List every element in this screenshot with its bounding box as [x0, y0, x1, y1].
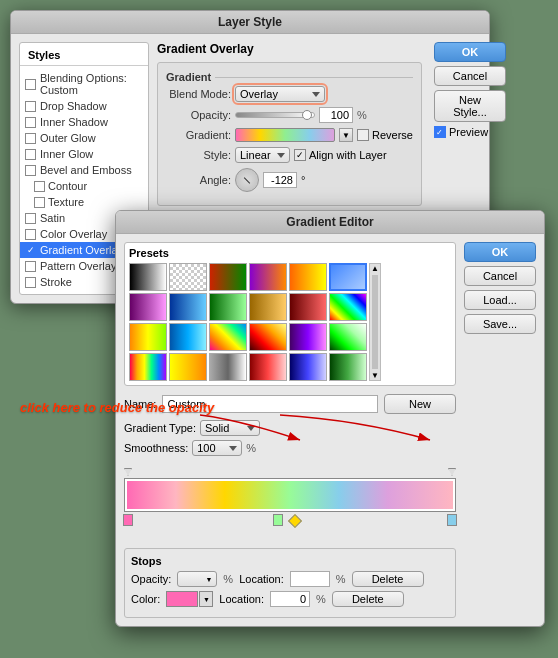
preset-blue-selected[interactable]	[329, 263, 367, 291]
angle-row: Angle: °	[166, 168, 413, 192]
drop-shadow-checkbox[interactable]	[25, 101, 36, 112]
preset-2-2[interactable]	[169, 293, 207, 321]
ok-button[interactable]: OK	[434, 42, 506, 62]
smoothness-dropdown[interactable]: 100	[192, 440, 242, 456]
preset-3-2[interactable]	[169, 323, 207, 351]
opacity-thumb[interactable]	[302, 110, 312, 120]
sidebar-item-bevel[interactable]: Bevel and Emboss	[20, 162, 148, 178]
preset-4-5[interactable]	[289, 353, 327, 381]
preset-transparent[interactable]	[169, 263, 207, 291]
color-swatch-container: ▼	[166, 591, 213, 607]
cancel-button[interactable]: Cancel	[434, 66, 506, 86]
stop-opacity-location[interactable]	[290, 571, 330, 587]
presets-scrollbar[interactable]: ▲ ▼	[369, 263, 381, 381]
reverse-checkbox[interactable]	[357, 129, 369, 141]
angle-value[interactable]	[263, 172, 297, 188]
sidebar-item-inner-glow[interactable]: Inner Glow	[20, 146, 148, 162]
gradient-preview[interactable]	[235, 128, 335, 142]
stop-opacity-arrow-icon: ▼	[205, 576, 212, 583]
color-stop-2[interactable]	[273, 514, 283, 526]
inner-shadow-checkbox[interactable]	[25, 117, 36, 128]
gradient-label: Gradient:	[166, 129, 231, 141]
preset-2-6[interactable]	[329, 293, 367, 321]
align-layer-checkbox[interactable]: ✓	[294, 149, 306, 161]
bevel-label: Bevel and Emboss	[40, 164, 132, 176]
ge-save-button[interactable]: Save...	[464, 314, 536, 334]
ge-ok-button[interactable]: OK	[464, 242, 536, 262]
sidebar-item-contour[interactable]: Contour	[20, 178, 148, 194]
blending-checkbox[interactable]	[25, 79, 36, 90]
scroll-down-button[interactable]: ▼	[370, 371, 380, 380]
stops-title: Stops	[131, 555, 449, 567]
sidebar-item-texture[interactable]: Texture	[20, 194, 148, 210]
color-swatch[interactable]	[166, 591, 198, 607]
sidebar-item-blending[interactable]: Blending Options: Custom	[20, 70, 148, 98]
preset-4-1[interactable]	[129, 353, 167, 381]
color-overlay-label: Color Overlay	[40, 228, 107, 240]
gradient-bar-inner[interactable]	[127, 481, 453, 509]
opacity-delete-button[interactable]: Delete	[352, 571, 424, 587]
preview-label: Preview	[449, 126, 488, 138]
texture-checkbox[interactable]	[34, 197, 45, 208]
preset-2-5[interactable]	[289, 293, 327, 321]
sidebar-item-inner-shadow[interactable]: Inner Shadow	[20, 114, 148, 130]
outer-glow-checkbox[interactable]	[25, 133, 36, 144]
inner-glow-checkbox[interactable]	[25, 149, 36, 160]
opacity-value[interactable]	[319, 107, 353, 123]
preset-4-3[interactable]	[209, 353, 247, 381]
preset-orange-yellow[interactable]	[289, 263, 327, 291]
color-stops-area	[124, 512, 456, 528]
opacity-stop-left[interactable]	[124, 468, 132, 476]
stop-color-location[interactable]	[270, 591, 310, 607]
sidebar-item-outer-glow[interactable]: Outer Glow	[20, 130, 148, 146]
gradient-overlay-checkbox[interactable]: ✓	[25, 245, 36, 256]
preset-4-4[interactable]	[249, 353, 287, 381]
stroke-checkbox[interactable]	[25, 277, 36, 288]
new-style-button[interactable]: New Style...	[434, 90, 506, 122]
gradient-options-button[interactable]: ▼	[339, 128, 353, 142]
preset-violet-orange[interactable]	[249, 263, 287, 291]
stop-opacity-dropdown[interactable]: ▼	[177, 571, 217, 587]
preview-checkbox[interactable]: ✓	[434, 126, 446, 138]
gradient-type-label: Gradient Type:	[124, 422, 196, 434]
opacity-slider[interactable]	[235, 112, 315, 118]
bevel-checkbox[interactable]	[25, 165, 36, 176]
preset-4-2[interactable]	[169, 353, 207, 381]
preset-red-green[interactable]	[209, 263, 247, 291]
color-stop-3[interactable]	[447, 514, 457, 526]
preset-2-4[interactable]	[249, 293, 287, 321]
scroll-thumb	[372, 275, 378, 369]
color-swatch-arrow-icon[interactable]: ▼	[199, 591, 213, 607]
presets-title: Presets	[129, 247, 451, 259]
gradient-overlay-label: Gradient Overlay	[40, 244, 123, 256]
preset-black-white[interactable]	[129, 263, 167, 291]
preset-3-4[interactable]	[249, 323, 287, 351]
blend-mode-dropdown[interactable]: Overlay	[235, 86, 325, 102]
preset-2-1[interactable]	[129, 293, 167, 321]
ge-cancel-button[interactable]: Cancel	[464, 266, 536, 286]
preset-4-6[interactable]	[329, 353, 367, 381]
opacity-stop-right[interactable]	[448, 468, 456, 476]
color-delete-button[interactable]: Delete	[332, 591, 404, 607]
sidebar-item-drop-shadow[interactable]: Drop Shadow	[20, 98, 148, 114]
contour-checkbox[interactable]	[34, 181, 45, 192]
color-stop-1[interactable]	[123, 514, 133, 526]
scroll-up-button[interactable]: ▲	[370, 264, 380, 273]
preset-3-5[interactable]	[289, 323, 327, 351]
new-gradient-button[interactable]: New	[384, 394, 456, 414]
gradient-bar-section	[124, 464, 456, 528]
satin-checkbox[interactable]	[25, 213, 36, 224]
align-layer-label: Align with Layer	[309, 149, 387, 161]
preset-2-3[interactable]	[209, 293, 247, 321]
preset-3-3[interactable]	[209, 323, 247, 351]
color-overlay-checkbox[interactable]	[25, 229, 36, 240]
gradient-options-arrow-icon: ▼	[342, 131, 350, 140]
preset-3-1[interactable]	[129, 323, 167, 351]
gradient-type-dropdown[interactable]: Solid	[200, 420, 260, 436]
ge-load-button[interactable]: Load...	[464, 290, 536, 310]
pattern-overlay-checkbox[interactable]	[25, 261, 36, 272]
midpoint-diamond[interactable]	[288, 514, 302, 528]
preset-3-6[interactable]	[329, 323, 367, 351]
style-dropdown[interactable]: Linear	[235, 147, 290, 163]
angle-dial[interactable]	[235, 168, 259, 192]
